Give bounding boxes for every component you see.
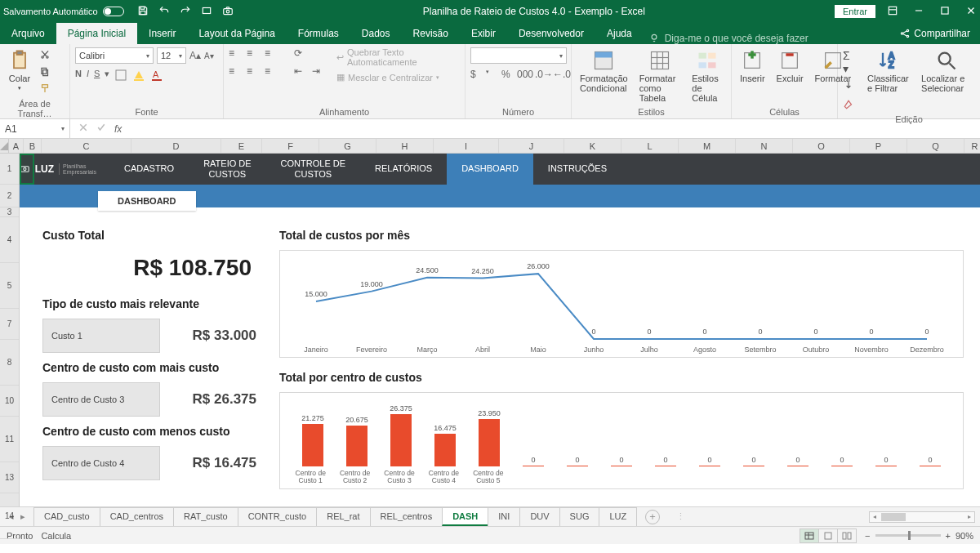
cancel-formula-icon[interactable] [78,123,88,135]
format-table-button[interactable]: Formatar como Tabela [636,47,684,105]
orientation-icon[interactable]: ⟳ [294,47,307,60]
row-header[interactable]: 4 [0,217,19,263]
border-icon[interactable] [114,69,127,82]
align-right-icon[interactable]: ≡ [265,65,278,78]
cut-icon[interactable] [39,49,51,63]
fill-color-icon[interactable] [132,69,145,82]
close-icon[interactable] [965,5,977,19]
redo-icon[interactable] [180,5,191,19]
qat-camera-icon[interactable] [222,5,234,19]
tell-me-search[interactable]: Diga-me o que você deseja fazer [648,33,808,44]
row-header[interactable]: 10 [0,386,19,417]
col-header[interactable]: M [679,139,736,153]
row-header[interactable]: 14 [0,493,19,539]
sheet-tab-DASH[interactable]: DASH [442,507,488,526]
add-sheet-button[interactable]: ＋ [645,510,660,524]
col-header[interactable]: H [376,139,434,153]
line-chart[interactable]: 15.00019.00024.50024.25026.0000000000 Ja… [279,250,964,358]
sort-filter-button[interactable]: AZClassificar e Filtrar [864,47,913,95]
row-header[interactable]: 5 [0,263,19,309]
save-icon[interactable] [137,5,149,19]
font-size-combo[interactable]: 12▾ [157,47,186,64]
col-header[interactable]: J [499,139,564,153]
name-box[interactable]: A1▾ [0,119,70,138]
underline-button[interactable]: S [94,69,100,82]
horizontal-scrollbar[interactable]: ◂▸ [869,511,975,523]
column-headers[interactable]: ABCDEFGHIJKLMNOPQR [0,139,980,154]
clear-icon[interactable] [843,99,854,113]
row-header[interactable]: 7 [0,309,19,340]
row-header[interactable]: 8 [0,340,19,386]
align-top-icon[interactable]: ≡ [229,47,242,60]
number-format-combo[interactable]: ▾ [470,47,567,64]
insert-cells-button[interactable]: Inserir [737,47,768,85]
ribbon-tab-revisão[interactable]: Revisão [402,23,460,44]
format-painter-icon[interactable] [39,83,51,97]
indent-dec-icon[interactable]: ⇤ [294,65,307,78]
row-header[interactable]: 3 [0,207,19,217]
increase-font-icon[interactable]: A▴ [189,50,201,61]
dashnav-relatórios[interactable]: RELATÓRIOS [360,154,447,185]
normal-view-icon[interactable] [800,528,819,543]
qat-icon[interactable] [201,5,212,19]
col-header[interactable]: P [850,139,907,153]
worksheet-grid[interactable]: 123457810111314 LUZ Planilhas Empresaria… [0,154,980,506]
sheet-tab-REL_centros[interactable]: REL_centros [370,507,443,526]
confirm-formula-icon[interactable] [96,123,106,135]
col-header[interactable]: D [131,139,221,153]
col-header[interactable]: I [434,139,499,153]
select-all-triangle[interactable] [0,139,9,153]
col-header[interactable]: G [319,139,376,153]
ribbon-tab-desenvolvedor[interactable]: Desenvolvedor [507,23,595,44]
minimize-icon[interactable] [913,5,924,19]
undo-icon[interactable] [158,5,170,19]
dashboard-chip[interactable]: DASHBOARD [98,191,196,211]
toggle-switch-icon[interactable] [103,7,124,16]
view-buttons[interactable] [800,528,857,543]
conditional-format-button[interactable]: Formatação Condicional [577,47,631,95]
row-header[interactable]: 1 [0,154,19,185]
dashnav-instruções[interactable]: INSTRUÇÕES [533,154,621,185]
dashnav-rateio-de[interactable]: RATEIO DECUSTOS [189,154,265,185]
page-break-view-icon[interactable] [837,528,857,543]
sheet-tab-DUV[interactable]: DUV [519,507,559,526]
dashnav-dashboard[interactable]: DASHBOARD [447,154,533,185]
font-color-icon[interactable]: A [150,69,163,82]
currency-icon[interactable]: $ [470,69,481,82]
decrease-font-icon[interactable]: A▾ [204,51,214,60]
col-header[interactable]: B [24,139,42,153]
paste-button[interactable]: Colar ▾ [5,47,34,93]
row-headers[interactable]: 123457810111314 [0,154,20,506]
col-header[interactable]: L [621,139,679,153]
col-header[interactable]: E [221,139,262,153]
align-left-icon[interactable]: ≡ [229,65,242,78]
inc-decimal-icon[interactable]: .0→ [535,69,548,82]
align-bottom-icon[interactable]: ≡ [265,47,278,60]
autosum-icon[interactable]: Σ ▾ [843,49,854,75]
share-button[interactable]: Compartilhar [889,23,980,44]
maximize-icon[interactable] [939,5,951,19]
row-header[interactable]: 13 [0,462,19,493]
row-header[interactable]: 11 [0,417,19,462]
fx-icon[interactable]: fx [114,123,122,135]
ribbon-tab-dados[interactable]: Dados [350,23,402,44]
wrap-text-button[interactable]: ↩Quebrar Texto Automaticamente [336,47,460,67]
ribbon-tab-layout-da-página[interactable]: Layout da Página [187,23,286,44]
ribbon-tab-inserir[interactable]: Inserir [137,23,187,44]
ribbon-tab-fórmulas[interactable]: Fórmulas [287,23,350,44]
file-tab[interactable]: Arquivo [0,23,56,44]
sheet-divider[interactable]: ⋮ [676,511,685,522]
indent-inc-icon[interactable]: ⇥ [312,65,325,78]
col-header[interactable]: R [964,139,980,153]
col-header[interactable]: F [262,139,319,153]
italic-button[interactable]: I [87,69,89,82]
align-center-icon[interactable]: ≡ [247,65,260,78]
ribbon-tab-ajuda[interactable]: Ajuda [595,23,644,44]
autosave-toggle[interactable]: Salvamento Automático [3,7,124,16]
sheet-tab-CAD_custo[interactable]: CAD_custo [33,507,100,526]
sheet-tab-RAT_custo[interactable]: RAT_custo [173,507,238,526]
col-header[interactable]: Q [907,139,964,153]
col-header[interactable]: K [564,139,621,153]
col-header[interactable]: O [793,139,850,153]
cell-styles-button[interactable]: Estilos de Célula [688,47,726,105]
